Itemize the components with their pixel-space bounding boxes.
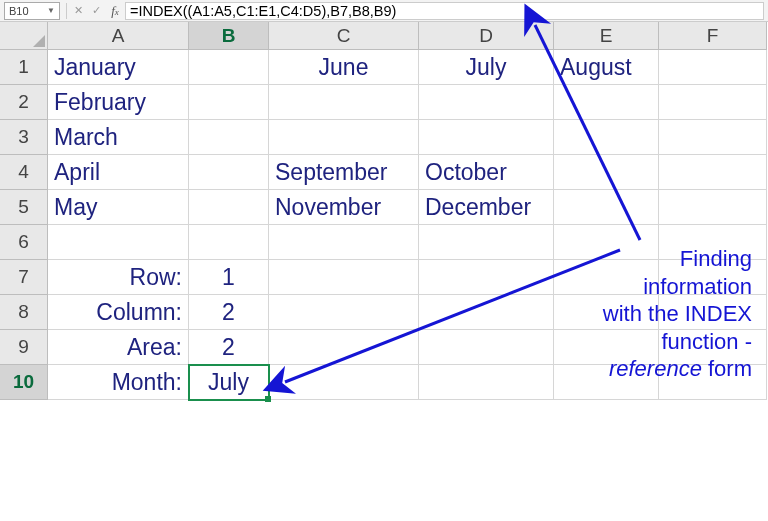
- fx-icon[interactable]: fx: [105, 3, 125, 19]
- cancel-icon[interactable]: ✕: [69, 4, 87, 17]
- cell-F2[interactable]: [659, 85, 767, 120]
- row-header-9[interactable]: 9: [0, 330, 48, 365]
- cell-C1[interactable]: June: [269, 50, 419, 85]
- col-header-A[interactable]: A: [48, 22, 189, 50]
- cell-A6[interactable]: [48, 225, 189, 260]
- cell-A8[interactable]: Column:: [48, 295, 189, 330]
- cell-B8[interactable]: 2: [189, 295, 269, 330]
- cell-E1[interactable]: August: [554, 50, 659, 85]
- cell-E2[interactable]: [554, 85, 659, 120]
- row-header-3[interactable]: 3: [0, 120, 48, 155]
- cell-C9[interactable]: [269, 330, 419, 365]
- spreadsheet-grid[interactable]: A B C D E F 1 January June July August 2…: [0, 22, 768, 400]
- row-header-2[interactable]: 2: [0, 85, 48, 120]
- cell-E6[interactable]: [554, 225, 659, 260]
- col-header-C[interactable]: C: [269, 22, 419, 50]
- cell-D4[interactable]: October: [419, 155, 554, 190]
- cell-D10[interactable]: [419, 365, 554, 400]
- cell-B6[interactable]: [189, 225, 269, 260]
- cell-E7[interactable]: [554, 260, 659, 295]
- row-header-4[interactable]: 4: [0, 155, 48, 190]
- cell-A5[interactable]: May: [48, 190, 189, 225]
- cell-D8[interactable]: [419, 295, 554, 330]
- cell-D6[interactable]: [419, 225, 554, 260]
- divider: [66, 3, 67, 19]
- cell-B5[interactable]: [189, 190, 269, 225]
- cell-A1[interactable]: January: [48, 50, 189, 85]
- cell-B2[interactable]: [189, 85, 269, 120]
- row-header-1[interactable]: 1: [0, 50, 48, 85]
- cell-D9[interactable]: [419, 330, 554, 365]
- name-box-value: B10: [9, 5, 29, 17]
- formula-text: =INDEX((A1:A5,C1:E1,C4:D5),B7,B8,B9): [130, 3, 396, 19]
- cell-C6[interactable]: [269, 225, 419, 260]
- cell-C3[interactable]: [269, 120, 419, 155]
- row-header-8[interactable]: 8: [0, 295, 48, 330]
- select-all-corner[interactable]: [0, 22, 48, 50]
- cell-C7[interactable]: [269, 260, 419, 295]
- cell-F7[interactable]: [659, 260, 767, 295]
- col-header-D[interactable]: D: [419, 22, 554, 50]
- dropdown-icon[interactable]: ▼: [47, 6, 55, 15]
- cell-F6[interactable]: [659, 225, 767, 260]
- cell-C10[interactable]: [269, 365, 419, 400]
- cell-E10[interactable]: [554, 365, 659, 400]
- cell-C4[interactable]: September: [269, 155, 419, 190]
- formula-bar-row: B10 ▼ ✕ ✓ fx =INDEX((A1:A5,C1:E1,C4:D5),…: [0, 0, 768, 22]
- cell-D7[interactable]: [419, 260, 554, 295]
- col-header-F[interactable]: F: [659, 22, 767, 50]
- cell-A2[interactable]: February: [48, 85, 189, 120]
- row-header-5[interactable]: 5: [0, 190, 48, 225]
- formula-input[interactable]: =INDEX((A1:A5,C1:E1,C4:D5),B7,B8,B9): [125, 2, 764, 20]
- cell-A4[interactable]: April: [48, 155, 189, 190]
- col-header-B[interactable]: B: [189, 22, 269, 50]
- cell-C2[interactable]: [269, 85, 419, 120]
- cell-B4[interactable]: [189, 155, 269, 190]
- row-header-6[interactable]: 6: [0, 225, 48, 260]
- cell-C5[interactable]: November: [269, 190, 419, 225]
- cell-F5[interactable]: [659, 190, 767, 225]
- cell-D5[interactable]: December: [419, 190, 554, 225]
- cell-F10[interactable]: [659, 365, 767, 400]
- cell-C8[interactable]: [269, 295, 419, 330]
- cell-B3[interactable]: [189, 120, 269, 155]
- cell-E4[interactable]: [554, 155, 659, 190]
- cell-F8[interactable]: [659, 295, 767, 330]
- cell-E3[interactable]: [554, 120, 659, 155]
- cell-B9[interactable]: 2: [189, 330, 269, 365]
- accept-icon[interactable]: ✓: [87, 4, 105, 17]
- cell-A7[interactable]: Row:: [48, 260, 189, 295]
- cell-F3[interactable]: [659, 120, 767, 155]
- cell-E9[interactable]: [554, 330, 659, 365]
- row-header-7[interactable]: 7: [0, 260, 48, 295]
- cell-B7[interactable]: 1: [189, 260, 269, 295]
- cell-B10[interactable]: July: [189, 365, 269, 400]
- cell-D2[interactable]: [419, 85, 554, 120]
- cell-D3[interactable]: [419, 120, 554, 155]
- name-box[interactable]: B10 ▼: [4, 2, 60, 20]
- cell-F1[interactable]: [659, 50, 767, 85]
- cell-A9[interactable]: Area:: [48, 330, 189, 365]
- cell-F9[interactable]: [659, 330, 767, 365]
- col-header-E[interactable]: E: [554, 22, 659, 50]
- cell-D1[interactable]: July: [419, 50, 554, 85]
- cell-E8[interactable]: [554, 295, 659, 330]
- row-header-10[interactable]: 10: [0, 365, 48, 400]
- cell-F4[interactable]: [659, 155, 767, 190]
- cell-B1[interactable]: [189, 50, 269, 85]
- cell-A10[interactable]: Month:: [48, 365, 189, 400]
- cell-E5[interactable]: [554, 190, 659, 225]
- cell-A3[interactable]: March: [48, 120, 189, 155]
